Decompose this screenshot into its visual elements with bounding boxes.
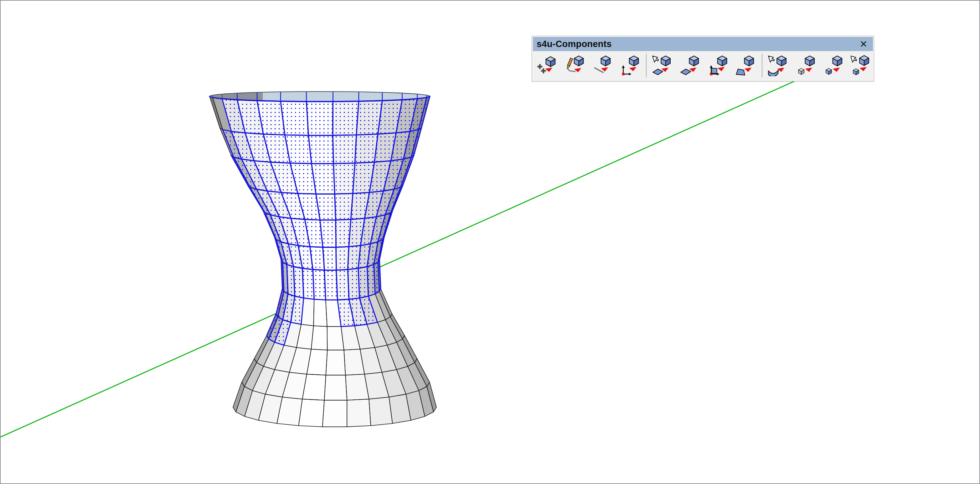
cube-glyph — [661, 56, 670, 66]
red-flag-glyph — [833, 68, 840, 72]
cube-glyph — [574, 56, 583, 66]
toolbar-button-face-to-component[interactable] — [677, 51, 704, 80]
cube-glyph — [853, 69, 859, 75]
toolbar-button-solid-to-component-gray[interactable] — [792, 51, 820, 80]
components-to-edge-icon — [592, 55, 613, 76]
face-glyph — [653, 69, 663, 75]
toolbar-group-3 — [765, 51, 875, 80]
toolbar-titlebar[interactable]: s4u-Components ✕ — [533, 37, 873, 51]
toolbar-button-components-to-points[interactable] — [533, 51, 561, 80]
hyperboloid-model[interactable] — [210, 88, 436, 427]
cube-glyph — [745, 56, 754, 66]
quad-glyph — [737, 69, 745, 75]
solid-to-component-gray-icon — [795, 55, 817, 76]
pencil-glyph — [566, 58, 573, 69]
surface-glyph — [768, 70, 778, 76]
s4u-components-toolbar: s4u-Components ✕ — [531, 36, 874, 81]
red-flag-glyph — [859, 67, 867, 72]
toolbar-button-quad-face-to-component[interactable] — [732, 51, 759, 80]
cube-glyph — [859, 56, 869, 65]
surface-to-components-icon — [768, 55, 789, 76]
components-to-path-icon — [564, 55, 585, 76]
cube-glyph — [601, 56, 610, 66]
toolbar-button-select-faces-to-components[interactable] — [649, 51, 677, 80]
toolbar-button-components-to-path[interactable] — [561, 51, 588, 80]
cube-glyph — [777, 56, 786, 66]
sketchup-viewport[interactable]: s4u-Components ✕ — [0, 0, 980, 484]
red-flag-glyph — [745, 68, 752, 72]
cube-glyph — [718, 56, 727, 66]
face-to-component-axes-icon — [707, 55, 729, 76]
cube-glyph — [826, 68, 832, 75]
cube-glyph — [546, 57, 555, 67]
red-flag-glyph — [718, 67, 725, 72]
toolbar-group-2 — [649, 51, 759, 80]
axes-glyph — [622, 65, 632, 75]
plus-glyph — [537, 64, 542, 69]
solid-to-component-icon — [823, 55, 845, 76]
toolbar-group-separator — [762, 54, 762, 77]
toolbar-button-solid-to-component[interactable] — [820, 51, 848, 80]
red-flag-glyph — [545, 68, 552, 72]
cube-glyph — [805, 56, 815, 66]
cube-glyph — [689, 56, 698, 66]
face-glyph — [681, 69, 691, 75]
select-solids-to-components-icon — [851, 55, 872, 76]
select-faces-to-components-icon — [652, 55, 673, 76]
quad-face-to-component-icon — [735, 55, 756, 76]
cursor-glyph — [851, 56, 857, 62]
cursor-glyph — [768, 56, 774, 62]
cube-glyph — [799, 68, 804, 75]
toolbar-button-surface-to-components[interactable] — [765, 51, 792, 80]
toolbar-group-separator — [646, 54, 647, 77]
cube-glyph — [629, 56, 638, 66]
toolbar-button-components-to-axes[interactable] — [616, 51, 643, 80]
components-to-points-icon — [536, 55, 558, 76]
tower-faces — [210, 96, 436, 427]
red-flag-glyph — [601, 67, 608, 72]
components-to-axes-icon — [619, 55, 640, 76]
toolbar-title: s4u-Components — [533, 39, 612, 49]
toolbar-icon-row — [533, 51, 873, 80]
toolbar-close-button[interactable]: ✕ — [857, 37, 870, 51]
cursor-glyph — [652, 56, 659, 62]
face-to-component-icon — [680, 55, 701, 76]
toolbar-button-face-to-component-axes[interactable] — [704, 51, 732, 80]
red-flag-glyph — [805, 68, 813, 72]
red-flag-glyph — [629, 67, 636, 72]
plus-glyph — [541, 68, 546, 73]
toolbar-button-select-solids-to-components[interactable] — [848, 51, 875, 80]
face-glyph — [712, 68, 717, 73]
toolbar-button-components-to-edge[interactable] — [588, 51, 616, 80]
cube-glyph — [833, 56, 842, 66]
toolbar-group-1 — [533, 51, 643, 80]
path-glyph — [567, 68, 576, 72]
